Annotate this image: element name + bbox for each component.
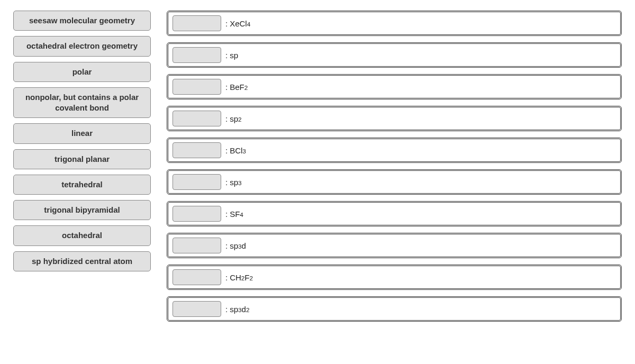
draggable-d9[interactable]: sp hybridized central atom bbox=[13, 251, 151, 271]
formula-part: XeCl bbox=[230, 19, 247, 28]
drop-target-list: : XeCl4: sp: BeF2: sp2: BCl3: sp3: SF4: … bbox=[167, 11, 622, 322]
formula-part: BeF bbox=[230, 83, 244, 92]
dropzone-t9[interactable] bbox=[173, 301, 221, 317]
draggable-d0[interactable]: seesaw molecular geometry bbox=[13, 11, 151, 31]
draggable-d4[interactable]: linear bbox=[13, 123, 151, 143]
drop-row-t9: : sp3d2 bbox=[167, 296, 622, 322]
formula-part: BCl bbox=[230, 146, 242, 155]
draggable-d2[interactable]: polar bbox=[13, 62, 151, 82]
separator: : bbox=[225, 19, 228, 28]
formula-part: d bbox=[242, 305, 246, 314]
separator: : bbox=[225, 210, 228, 219]
drop-row-t1: : sp bbox=[167, 42, 622, 68]
formula-part: SF bbox=[230, 210, 240, 219]
dropzone-t4[interactable] bbox=[173, 142, 221, 158]
drop-row-t8: : CH2F2 bbox=[167, 265, 622, 290]
formula-part: sp bbox=[230, 241, 238, 250]
target-label-t5: : sp3 bbox=[225, 178, 242, 187]
target-label-t8: : CH2F2 bbox=[225, 273, 253, 282]
separator: : bbox=[225, 51, 228, 60]
formula-part: sp bbox=[230, 51, 238, 60]
formula-part: F bbox=[244, 273, 249, 282]
dropzone-t5[interactable] bbox=[173, 174, 221, 190]
separator: : bbox=[225, 178, 228, 187]
target-label-t1: : sp bbox=[225, 51, 238, 60]
target-label-t2: : BeF2 bbox=[225, 83, 248, 92]
target-label-t4: : BCl3 bbox=[225, 146, 246, 155]
separator: : bbox=[225, 241, 228, 250]
dropzone-t3[interactable] bbox=[173, 111, 221, 126]
separator: : bbox=[225, 146, 228, 155]
separator: : bbox=[225, 83, 228, 92]
dropzone-t1[interactable] bbox=[173, 47, 221, 63]
drop-row-t5: : sp3 bbox=[167, 169, 622, 195]
draggable-d7[interactable]: trigonal bipyramidal bbox=[13, 200, 151, 220]
separator: : bbox=[225, 114, 228, 123]
target-label-t9: : sp3d2 bbox=[225, 305, 249, 314]
draggable-list: seesaw molecular geometryoctahedral elec… bbox=[13, 11, 151, 271]
draggable-d3[interactable]: nonpolar, but contains a polar covalent … bbox=[13, 87, 151, 119]
draggable-d6[interactable]: tetrahedral bbox=[13, 175, 151, 195]
drop-row-t6: : SF4 bbox=[167, 201, 622, 226]
dropzone-t8[interactable] bbox=[173, 269, 221, 285]
formula-part: sp bbox=[230, 178, 238, 187]
drop-row-t2: : BeF2 bbox=[167, 74, 622, 99]
target-label-t6: : SF4 bbox=[225, 210, 243, 219]
drop-row-t0: : XeCl4 bbox=[167, 11, 622, 36]
dropzone-t0[interactable] bbox=[173, 15, 221, 31]
dropzone-t2[interactable] bbox=[173, 79, 221, 95]
formula-part: sp bbox=[230, 114, 238, 123]
target-label-t7: : sp3d bbox=[225, 241, 246, 250]
drop-row-t7: : sp3d bbox=[167, 233, 622, 258]
drop-row-t4: : BCl3 bbox=[167, 138, 622, 163]
formula-part: d bbox=[242, 241, 246, 250]
drop-row-t3: : sp2 bbox=[167, 106, 622, 131]
matching-exercise: seesaw molecular geometryoctahedral elec… bbox=[13, 11, 622, 322]
target-label-t0: : XeCl4 bbox=[225, 19, 250, 28]
dropzone-t7[interactable] bbox=[173, 238, 221, 253]
separator: : bbox=[225, 305, 228, 314]
formula-part: sp bbox=[230, 305, 238, 314]
draggable-d8[interactable]: octahedral bbox=[13, 225, 151, 245]
separator: : bbox=[225, 273, 228, 282]
draggable-d5[interactable]: trigonal planar bbox=[13, 149, 151, 169]
dropzone-t6[interactable] bbox=[173, 206, 221, 222]
draggable-d1[interactable]: octahedral electron geometry bbox=[13, 36, 151, 56]
formula-part: CH bbox=[230, 273, 241, 282]
target-label-t3: : sp2 bbox=[225, 114, 242, 123]
